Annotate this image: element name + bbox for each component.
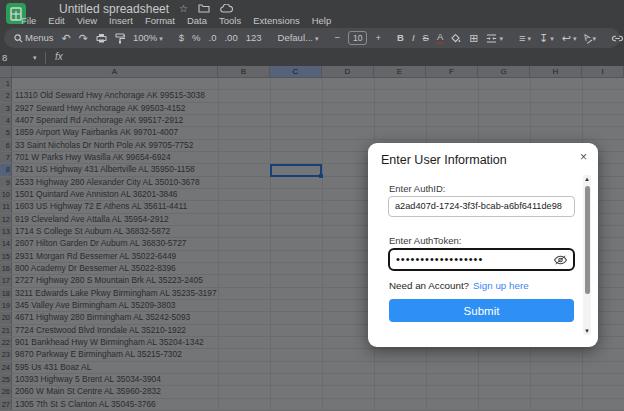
authid-input[interactable]: a2ad407d-1724-3f3f-bcab-a6bf6411de98 [388, 196, 575, 217]
text-color-button[interactable]: A [437, 32, 443, 45]
cell-A6[interactable]: 33 Saint Nicholas Dr North Pole AK 99705… [12, 140, 221, 151]
row-header-26[interactable]: 26 [0, 386, 12, 397]
cell-A5[interactable]: 1859 Airport Way Fairbanks AK 99701-4007 [12, 127, 221, 138]
submit-button[interactable]: Submit [389, 299, 574, 322]
column-header-A[interactable]: A [12, 66, 218, 78]
row-header-18[interactable]: 18 [0, 288, 12, 299]
menu-help[interactable]: Help [312, 15, 332, 26]
authtoken-input[interactable]: •••••••••••••••••• [388, 248, 575, 271]
number-format-button[interactable]: 123 [246, 33, 262, 43]
insert-link-icon[interactable] [612, 35, 623, 42]
document-title[interactable]: Untitled spreadsheet [59, 2, 169, 16]
row-header-6[interactable]: 6 [0, 140, 12, 151]
undo-icon[interactable]: ↶ [62, 33, 71, 44]
cell-A8[interactable]: 7921 US Highway 431 Albertville AL 35950… [12, 164, 221, 175]
format-currency-button[interactable]: $ [179, 33, 184, 43]
cell-A18[interactable]: 3211 Edwards Lake Pkwy Birmingham AL 352… [12, 288, 221, 299]
row-header-15[interactable]: 15 [0, 251, 12, 262]
vertical-align-button[interactable]: ↧▾ [539, 33, 554, 44]
paint-format-icon[interactable] [115, 33, 125, 44]
move-folder-icon[interactable] [198, 4, 210, 13]
row-header-3[interactable]: 3 [0, 103, 12, 114]
horizontal-align-button[interactable]: ≡▾ [519, 33, 531, 44]
cell-A27[interactable]: 1305 7th St S Clanton AL 35045-3766 [12, 399, 221, 410]
cell-A3[interactable]: 2927 Seward Hwy Anchorage AK 99503-4152 [12, 103, 221, 114]
column-header-E[interactable]: E [374, 66, 426, 78]
search-menus-button[interactable]: Menus [14, 33, 54, 43]
menu-extensions[interactable]: Extensions [253, 15, 299, 26]
text-rotation-button[interactable]: A▾ [584, 33, 596, 43]
increase-decimal-button[interactable]: .00 [224, 33, 237, 43]
menu-insert[interactable]: Insert [109, 15, 133, 26]
menu-data[interactable]: Data [187, 15, 207, 26]
cell-A10[interactable]: 1501 Quintard Ave Anniston AL 36201-3846 [12, 189, 221, 200]
redo-icon[interactable]: ↷ [79, 33, 88, 44]
decrease-font-size-button[interactable]: − [334, 33, 340, 43]
cell-A4[interactable]: 4407 Spenard Rd Anchorage AK 99517-2912 [12, 115, 221, 126]
cell-A14[interactable]: 2607 Hilton Garden Dr Auburn AL 36830-57… [12, 238, 221, 249]
star-icon[interactable]: ☆ [179, 4, 188, 14]
dialog-scrollbar[interactable]: ▲ ▼ [583, 175, 591, 335]
column-header-D[interactable]: D [322, 66, 374, 78]
row-header-27[interactable]: 27 [0, 399, 12, 410]
scroll-down-icon[interactable]: ▼ [583, 327, 591, 335]
fill-handle[interactable] [319, 174, 323, 178]
row-header-24[interactable]: 24 [0, 362, 12, 373]
zoom-select[interactable]: 100%▾ [133, 33, 163, 43]
row-header-25[interactable]: 25 [0, 374, 12, 385]
chevron-down-icon[interactable]: ▾ [33, 54, 37, 62]
cell-A12[interactable]: 919 Cleveland Ave Attalla AL 35954-2912 [12, 214, 221, 225]
text-wrap-button[interactable]: ↩▾ [562, 33, 577, 44]
print-icon[interactable] [96, 33, 107, 43]
row-header-22[interactable]: 22 [0, 337, 12, 348]
column-header-G[interactable]: G [478, 66, 530, 78]
row-header-10[interactable]: 10 [0, 189, 12, 200]
cell-A24[interactable]: 595 Us 431 Boaz AL [12, 362, 221, 373]
row-header-17[interactable]: 17 [0, 275, 12, 286]
decrease-decimal-button[interactable]: .0 [209, 33, 217, 43]
column-header-H[interactable]: H [530, 66, 582, 78]
menu-tools[interactable]: Tools [219, 15, 241, 26]
row-header-7[interactable]: 7 [0, 152, 12, 163]
cell-A21[interactable]: 7724 Crestwood Blvd Irondale AL 35210-19… [12, 325, 221, 336]
cell-A13[interactable]: 1714 S College St Auburn AL 36832-5872 [12, 226, 221, 237]
column-header-B[interactable]: B [218, 66, 270, 78]
menu-file[interactable]: File [21, 15, 36, 26]
row-header-8[interactable]: 8 [0, 164, 12, 175]
row-header-5[interactable]: 5 [0, 127, 12, 138]
row-header-23[interactable]: 23 [0, 349, 12, 360]
cell-A19[interactable]: 345 Valley Ave Birmingham AL 35209-3803 [12, 300, 221, 311]
row-header-11[interactable]: 11 [0, 201, 12, 212]
cell-A11[interactable]: 1603 US Highway 72 E Athens AL 35611-441… [12, 201, 221, 212]
format-percent-button[interactable]: % [192, 33, 200, 43]
cell-A26[interactable]: 2060 W Main St Centre AL 35960-2832 [12, 386, 221, 397]
column-header-C[interactable]: C [270, 66, 322, 78]
show-password-icon[interactable] [554, 255, 567, 265]
merge-cells-button[interactable]: ▾ [486, 34, 503, 43]
cell-A25[interactable]: 10393 Highway 5 Brent AL 35034-3904 [12, 374, 221, 385]
strikethrough-button[interactable]: S [423, 33, 429, 43]
signup-link[interactable]: Sign up here [473, 280, 529, 291]
cell-A2[interactable]: 11310 Old Seward Hwy Anchorage AK 99515-… [12, 90, 221, 101]
cell-A9[interactable]: 2533 Highway 280 Alexander City AL 35010… [12, 177, 221, 188]
italic-button[interactable]: I [412, 33, 415, 43]
menu-format[interactable]: Format [145, 15, 175, 26]
cell-A1[interactable] [12, 78, 221, 89]
column-header-F[interactable]: F [426, 66, 478, 78]
row-header-4[interactable]: 4 [0, 115, 12, 126]
cell-A15[interactable]: 2931 Morgan Rd Bessemer AL 35022-6449 [12, 251, 221, 262]
row-header-2[interactable]: 2 [0, 90, 12, 101]
scrollbar-thumb[interactable] [585, 186, 590, 294]
menu-view[interactable]: View [77, 15, 97, 26]
close-icon[interactable]: × [580, 150, 587, 164]
row-header-12[interactable]: 12 [0, 214, 12, 225]
increase-font-size-button[interactable]: + [375, 33, 381, 43]
row-header-20[interactable]: 20 [0, 312, 12, 323]
cell-A16[interactable]: 800 Academy Dr Bessemer AL 35022-8396 [12, 263, 221, 274]
fill-color-icon[interactable] [451, 33, 461, 43]
cell-A23[interactable]: 9870 Parkway E Birmingham AL 35215-7302 [12, 349, 221, 360]
scroll-up-icon[interactable]: ▲ [583, 175, 591, 183]
cell-A7[interactable]: 701 W Parks Hwy Wasilla AK 99654-6924 [12, 152, 221, 163]
row-header-16[interactable]: 16 [0, 263, 12, 274]
borders-icon[interactable]: ⊞ [469, 33, 478, 44]
